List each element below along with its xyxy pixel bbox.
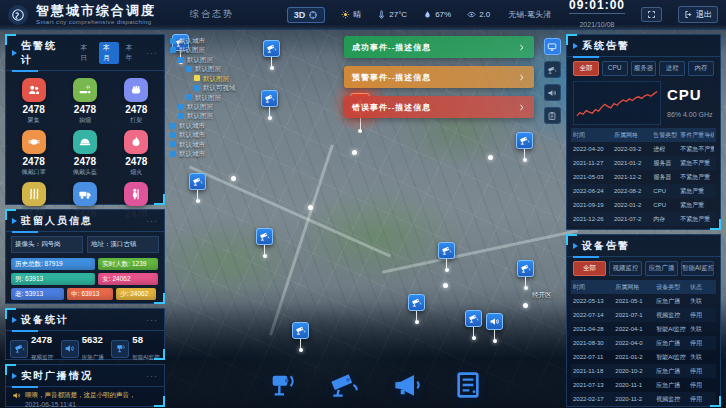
- layer-tree-item[interactable]: 默认图层: [170, 111, 236, 120]
- device-label: 视频监控: [31, 354, 53, 360]
- layer-tree-item[interactable]: 默认图层: [170, 93, 236, 102]
- system-alarm-tab[interactable]: 全部: [573, 61, 599, 76]
- layer-tree-item[interactable]: 默认图层: [170, 45, 236, 54]
- view-3d-toggle[interactable]: 3D: [287, 7, 326, 23]
- alarm-stat-item[interactable]: 2478 聚集: [8, 75, 59, 127]
- alarm-period-tab[interactable]: 本日: [76, 42, 97, 64]
- eye-icon: [467, 10, 476, 19]
- table-row[interactable]: 2021-05-032021-12-2 服务器不紧急严重: [571, 170, 716, 184]
- layer-tree-item[interactable]: 默认图层: [170, 55, 236, 64]
- smart-city-dashboard: 默认城市 默认图层 默认图层 默认图层 默认图层: [0, 0, 726, 408]
- table-row[interactable]: 2022-07-142021-07-1 视频监控停用: [571, 308, 716, 322]
- table-row[interactable]: 2021-08-302022-04-0 应急广播停用: [571, 336, 716, 350]
- more-menu[interactable]: ···: [146, 374, 158, 379]
- alarm-stat-item[interactable]: 2478 抽烟: [59, 75, 110, 127]
- layer-icon: [178, 57, 184, 63]
- map-device-marker[interactable]: [256, 228, 273, 258]
- alarm-stat-item[interactable]: 2478 打架: [111, 75, 162, 127]
- layer-tree-item[interactable]: 默认城市: [170, 140, 236, 149]
- alarm-period-tab[interactable]: 本年: [121, 42, 142, 64]
- system-alarm-tab[interactable]: CPU: [602, 61, 628, 76]
- alarm-label: 聚集: [28, 116, 40, 125]
- layer-tree-item[interactable]: 默认可视域: [170, 83, 236, 92]
- alarm-stat-item[interactable]: 2478 烟火: [111, 127, 162, 179]
- location-label: 无锡-鼋头渚: [508, 9, 551, 20]
- table-row[interactable]: 2022-06-242022-08-2 CPU紧急严重: [571, 184, 716, 198]
- alarm-stat-item[interactable]: 2478 佩戴口罩: [8, 127, 59, 179]
- menu-item[interactable]: 综合态势: [190, 8, 234, 21]
- alarm-stats-panel: 告警统计 本日本月本年 ··· 2478 聚集 2478 抽烟: [5, 34, 165, 205]
- system-alarm-tab[interactable]: 服务器: [631, 61, 657, 76]
- toolbar-button[interactable]: [386, 366, 426, 404]
- table-row[interactable]: 2021-11-272021-01-2 服务器紧急不严重: [571, 156, 716, 170]
- toolbar-button[interactable]: [448, 366, 488, 404]
- map-device-marker[interactable]: [465, 310, 482, 340]
- layer-icon: [170, 123, 176, 129]
- device-alarm-tab[interactable]: 全部: [573, 261, 606, 276]
- cctv-camera-icon: [259, 231, 270, 242]
- table-row[interactable]: 2021-07-132020-11-1 应急广播停用: [571, 378, 716, 392]
- cctv-camera-icon: [192, 176, 203, 187]
- map-device-marker[interactable]: [486, 313, 503, 343]
- map-device-marker[interactable]: [263, 40, 280, 70]
- map-device-marker[interactable]: [408, 294, 425, 324]
- device-alarm-tab[interactable]: 应急广播: [645, 261, 678, 276]
- rail-tool[interactable]: [544, 61, 561, 78]
- layer-tree-item[interactable]: 默认图层: [170, 74, 236, 83]
- event-banner[interactable]: 预警事件--描述信息: [344, 66, 534, 88]
- map-device-marker[interactable]: [189, 173, 206, 203]
- device-stat-item[interactable]: 58 智能AI监控: [111, 335, 160, 363]
- map-point-dot: [352, 150, 357, 155]
- table-row[interactable]: 2021-09-192022-01-2 CPU紧急严重: [571, 198, 716, 212]
- toolbar-button[interactable]: [262, 366, 302, 404]
- device-alarm-tab[interactable]: 智能AI监控: [681, 261, 714, 276]
- event-banner[interactable]: 错误事件--描述信息: [344, 96, 534, 118]
- system-alarm-tab[interactable]: 进程: [659, 61, 685, 76]
- table-row[interactable]: 2022-05-132021-05-1 应急广播失联: [571, 294, 716, 308]
- map-layer-tree: 默认城市 默认图层 默认图层 默认图层 默认图层: [170, 36, 236, 158]
- panel-title: 设备统计: [21, 313, 69, 327]
- device-stat-item[interactable]: 5632 应急广播: [61, 335, 110, 363]
- date-value: 2021/10/08: [579, 21, 614, 28]
- fullscreen-button[interactable]: [641, 7, 662, 22]
- layer-tree-item[interactable]: 默认图层: [170, 102, 236, 111]
- map-device-marker[interactable]: [516, 132, 533, 162]
- table-row[interactable]: 2022-02-172020-11-2 视频监控停用: [571, 392, 716, 406]
- more-menu[interactable]: ···: [146, 318, 158, 323]
- rail-tool[interactable]: [544, 84, 561, 101]
- alarm-stat-item[interactable]: 2478 佩戴头盔: [59, 127, 110, 179]
- table-row[interactable]: 2021-04-282022-04-1 智能AI监控失联: [571, 322, 716, 336]
- event-banner[interactable]: 成功事件--描述信息: [344, 36, 534, 58]
- rail-tool[interactable]: [544, 38, 561, 55]
- chevron-right-icon: [517, 103, 526, 112]
- alarm-count: 2478: [74, 156, 96, 167]
- table-row[interactable]: 2022-07-112021-01-2 智能AI监控失联: [571, 350, 716, 364]
- layer-tree-item[interactable]: 默认城市: [170, 121, 236, 130]
- alarm-label: 抽烟: [79, 116, 91, 125]
- map-device-marker[interactable]: [261, 90, 278, 120]
- clock: 09:01:00 2021/10/08: [569, 0, 625, 30]
- layer-tree-item[interactable]: 默认城市: [170, 130, 236, 139]
- table-row[interactable]: 2022-04-202022-03-2 进程不紧急不严重: [571, 142, 716, 156]
- panel-title: 系统告警: [582, 39, 630, 53]
- more-menu[interactable]: ···: [146, 51, 158, 56]
- map-device-marker[interactable]: [292, 322, 309, 352]
- map-device-marker[interactable]: [517, 260, 534, 290]
- map-device-marker[interactable]: [438, 242, 455, 272]
- layer-icon: [186, 94, 192, 100]
- system-alarm-tab[interactable]: 内存: [688, 61, 714, 76]
- top-header: 智慧城市综合调度 Smart city comprehensive dispat…: [0, 0, 726, 30]
- personnel-stat-bar: 老: 53913: [11, 288, 64, 300]
- alarm-period-tab[interactable]: 本月: [99, 42, 120, 64]
- rail-tool[interactable]: [544, 107, 561, 124]
- more-menu[interactable]: ···: [146, 219, 158, 224]
- layer-tree-item[interactable]: 默认城市: [170, 149, 236, 158]
- table-row[interactable]: 2021-11-182020-10-2 应急广播停用: [571, 364, 716, 378]
- table-row[interactable]: 2021-12-262021-07-2 内存不紧急严重: [571, 212, 716, 226]
- logout-button[interactable]: 退出: [678, 6, 718, 23]
- toolbar-button[interactable]: [324, 366, 364, 404]
- layer-tree-item[interactable]: 默认图层: [170, 64, 236, 73]
- device-alarm-tab[interactable]: 视频监控: [609, 261, 642, 276]
- device-stat-item[interactable]: 2478 视频监控: [10, 335, 59, 363]
- layer-tree-item[interactable]: 默认城市: [170, 36, 236, 45]
